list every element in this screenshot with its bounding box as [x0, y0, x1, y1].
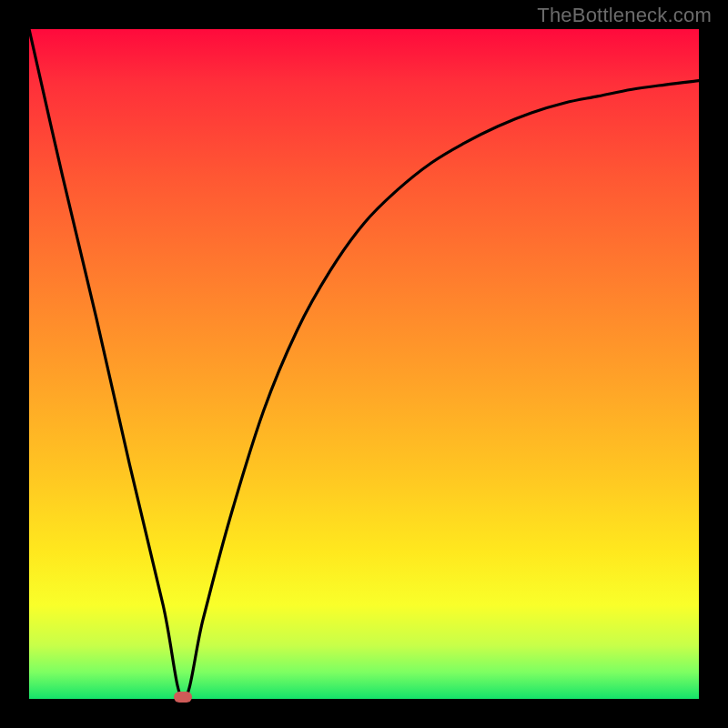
- curve-svg: [29, 29, 699, 699]
- plot-area: [29, 29, 699, 699]
- watermark-text: TheBottleneck.com: [537, 4, 712, 27]
- chart-frame: TheBottleneck.com: [0, 0, 728, 728]
- bottleneck-curve: [29, 29, 699, 699]
- minimum-marker: [174, 692, 192, 703]
